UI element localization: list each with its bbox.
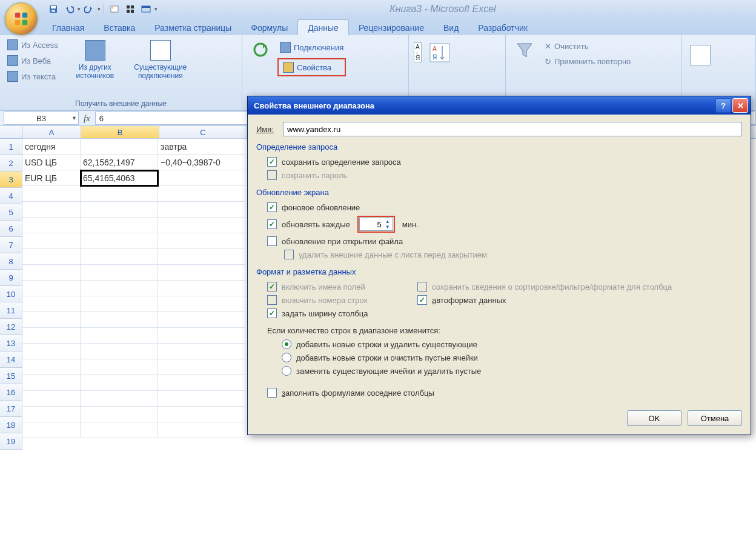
- reapply-button[interactable]: ↻Применить повторно: [542, 55, 633, 68]
- cell-C17[interactable]: [158, 391, 245, 407]
- cell-C9[interactable]: [158, 265, 245, 281]
- office-button[interactable]: [5, 2, 38, 35]
- cell-A10[interactable]: [22, 281, 81, 296]
- tab-data[interactable]: Данные: [297, 19, 349, 35]
- cell-B12[interactable]: [81, 312, 158, 328]
- from-web-button[interactable]: Из Веба: [5, 53, 61, 68]
- cell-B6[interactable]: [81, 218, 158, 233]
- row-header-3[interactable]: 3: [0, 172, 22, 188]
- col-header-B[interactable]: B: [81, 126, 159, 139]
- fill-formulas-checkbox[interactable]: [267, 388, 277, 398]
- cell-A12[interactable]: [22, 312, 81, 328]
- opt-replace-radio[interactable]: [282, 366, 291, 376]
- cell-B10[interactable]: [81, 281, 158, 296]
- name-input[interactable]: [283, 122, 742, 136]
- cell-A15[interactable]: [22, 359, 81, 375]
- row-header-14[interactable]: 14: [0, 351, 22, 368]
- row-header-7[interactable]: 7: [0, 237, 22, 253]
- cell-C10[interactable]: [158, 281, 245, 296]
- cell-A18[interactable]: [22, 407, 81, 422]
- cell-A14[interactable]: [22, 344, 81, 359]
- cell-C3[interactable]: [158, 170, 245, 186]
- clear-button[interactable]: ✕Очистить: [542, 40, 633, 53]
- cell-C11[interactable]: [158, 296, 245, 312]
- cell-A11[interactable]: [22, 296, 81, 312]
- row-header-4[interactable]: 4: [0, 188, 22, 204]
- cell-B18[interactable]: [81, 407, 158, 422]
- refresh-all-button[interactable]: [247, 38, 274, 62]
- cell-A17[interactable]: [22, 391, 81, 407]
- cell-B2[interactable]: 62,1562,1497: [81, 155, 158, 170]
- cell-B7[interactable]: [81, 233, 158, 249]
- cell-A8[interactable]: [22, 249, 81, 265]
- cell-B15[interactable]: [81, 359, 158, 375]
- cancel-button[interactable]: Отмена: [688, 410, 742, 426]
- opt-clear-radio[interactable]: [282, 353, 291, 362]
- row-header-8[interactable]: 8: [0, 253, 22, 270]
- from-access-button[interactable]: Из Access: [5, 38, 61, 52]
- refresh-open-checkbox[interactable]: [267, 236, 277, 246]
- ok-button[interactable]: OK: [627, 410, 681, 426]
- cell-A4[interactable]: [22, 186, 81, 202]
- cell-C7[interactable]: [158, 233, 245, 249]
- properties-button[interactable]: Свойства: [280, 60, 334, 75]
- fx-icon[interactable]: fx: [84, 113, 90, 124]
- cell-B1[interactable]: [81, 139, 158, 155]
- cell-A2[interactable]: USD ЦБ: [22, 155, 81, 170]
- save-query-checkbox[interactable]: [267, 157, 277, 167]
- cell-A19[interactable]: [22, 422, 81, 438]
- cell-A13[interactable]: [22, 328, 81, 344]
- tab-view[interactable]: Вид: [434, 20, 468, 35]
- row-header-10[interactable]: 10: [0, 286, 22, 302]
- refresh-every-checkbox[interactable]: [267, 219, 277, 229]
- filter-button[interactable]: [511, 38, 539, 63]
- cell-B11[interactable]: [81, 296, 158, 312]
- existing-conn-button[interactable]: Существующие подключения: [130, 38, 191, 82]
- tab-pagelayout[interactable]: Разметка страницы: [145, 20, 241, 35]
- cell-C13[interactable]: [158, 328, 245, 344]
- spin-down-icon[interactable]: ▼: [383, 224, 393, 230]
- cell-A5[interactable]: [22, 202, 81, 218]
- row-header-13[interactable]: 13: [0, 335, 22, 351]
- tab-insert[interactable]: Вставка: [94, 20, 145, 35]
- redo-icon[interactable]: [82, 2, 96, 16]
- cell-A16[interactable]: [22, 375, 81, 391]
- row-header-2[interactable]: 2: [0, 155, 22, 172]
- cell-C6[interactable]: [158, 218, 245, 233]
- save-icon[interactable]: [46, 2, 61, 16]
- cell-A9[interactable]: [22, 265, 81, 281]
- row-header-19[interactable]: 19: [0, 433, 22, 450]
- cell-C1[interactable]: завтра: [158, 139, 245, 155]
- cell-A1[interactable]: сегодня: [22, 139, 81, 155]
- name-box[interactable]: B3▼: [4, 112, 79, 125]
- sort-asc-button[interactable]: А↓Я: [414, 42, 422, 62]
- cell-C16[interactable]: [158, 375, 245, 391]
- row-header-18[interactable]: 18: [0, 417, 22, 433]
- opt-insert-radio[interactable]: [282, 339, 291, 349]
- row-header-16[interactable]: 16: [0, 384, 22, 401]
- row-header-17[interactable]: 17: [0, 401, 22, 417]
- cell-A6[interactable]: [22, 218, 81, 233]
- row-header-6[interactable]: 6: [0, 221, 22, 237]
- tab-home[interactable]: Главная: [42, 20, 94, 35]
- row-header-11[interactable]: 11: [0, 302, 22, 319]
- row-header-12[interactable]: 12: [0, 319, 22, 335]
- row-header-9[interactable]: 9: [0, 270, 22, 286]
- cell-C4[interactable]: [158, 186, 245, 202]
- cell-C19[interactable]: [158, 422, 245, 438]
- cell-C8[interactable]: [158, 249, 245, 265]
- autoformat-checkbox[interactable]: [417, 295, 427, 305]
- col-header-C[interactable]: C: [159, 126, 247, 139]
- spin-up-icon[interactable]: ▲: [383, 219, 393, 224]
- help-button[interactable]: ?: [715, 98, 731, 113]
- tab-developer[interactable]: Разработчик: [468, 20, 537, 35]
- cell-C14[interactable]: [158, 344, 245, 359]
- refresh-minutes-input[interactable]: [360, 220, 383, 229]
- other-sources-button[interactable]: Из других источников: [64, 38, 126, 82]
- set-width-checkbox[interactable]: [267, 308, 277, 318]
- cell-B9[interactable]: [81, 265, 158, 281]
- undo-icon[interactable]: [62, 2, 76, 16]
- row-header-15[interactable]: 15: [0, 368, 22, 384]
- cell-C18[interactable]: [158, 407, 245, 422]
- connections-button[interactable]: Подключения: [277, 40, 346, 55]
